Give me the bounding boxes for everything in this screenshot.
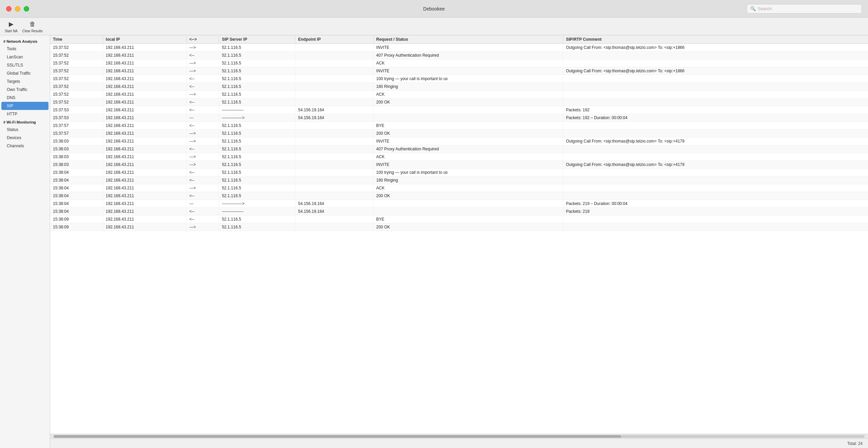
table-row[interactable]: 15:37:52192.168.43.211<--52.1.116.5180 R… [50, 83, 868, 91]
cell-22-0: 15:38:09 [50, 216, 103, 223]
table-row[interactable]: 15:38:03192.168.43.211--->52.1.116.5INVI… [50, 137, 868, 145]
table-row[interactable]: 15:38:04192.168.43.211<--52.1.116.5200 O… [50, 192, 868, 200]
table-row[interactable]: 15:38:04192.168.43.211<--52.1.116.5180 R… [50, 176, 868, 184]
sidebar-item-sip[interactable]: SIP [1, 102, 48, 110]
cell-22-3: 52.1.116.5 [219, 216, 295, 223]
cell-11-6 [563, 130, 868, 137]
cell-17-0: 15:38:04 [50, 176, 103, 184]
cell-18-4 [295, 184, 373, 192]
cell-12-6: Outgoing Call From: <sip:thomas@sip.telz… [563, 137, 868, 145]
col-request-status: Request / Status [373, 35, 563, 44]
sidebar-item-http[interactable]: HTTP [0, 110, 50, 118]
table-row[interactable]: 15:38:04192.168.43.211<--52.1.116.5100 t… [50, 169, 868, 176]
table-row[interactable]: 15:38:03192.168.43.211--->52.1.116.5ACK [50, 153, 868, 161]
cell-16-4 [295, 169, 373, 176]
cell-14-5: ACK [373, 153, 563, 161]
cell-4-1: 192.168.43.211 [103, 75, 186, 83]
search-icon: 🔍 [750, 6, 756, 11]
sidebar-item-own-traffic[interactable]: Own Traffic [0, 86, 50, 94]
cell-10-2: <-- [186, 122, 219, 130]
cell-12-3: 52.1.116.5 [219, 137, 295, 145]
table-row[interactable]: 15:37:52192.168.43.211<--52.1.116.5407 P… [50, 52, 868, 59]
cell-12-2: ---> [186, 137, 219, 145]
sidebar-section-network-analysis[interactable]: # Network Analysis [0, 37, 50, 45]
cell-23-2: ---> [186, 223, 219, 231]
table-row[interactable]: 15:37:52192.168.43.211<--52.1.116.5100 t… [50, 75, 868, 83]
scrollbar-thumb[interactable] [54, 435, 621, 438]
table-row[interactable]: 15:37:52192.168.43.211<--52.1.116.5200 O… [50, 98, 868, 106]
cell-23-0: 15:38:09 [50, 223, 103, 231]
sidebar-item-lanscan[interactable]: LanScan [0, 53, 50, 61]
table-row[interactable]: 15:37:52192.168.43.211--->52.1.116.5ACK [50, 59, 868, 67]
table-row[interactable]: 15:37:52192.168.43.211--->52.1.116.5INVI… [50, 44, 868, 52]
cell-6-1: 192.168.43.211 [103, 91, 186, 98]
cell-22-1: 192.168.43.211 [103, 216, 186, 223]
cell-8-5 [373, 106, 563, 114]
cell-8-6: Packets: 192 [563, 106, 868, 114]
cell-13-2: <-- [186, 145, 219, 153]
start-na-button[interactable]: ▶ Start NA [5, 20, 18, 33]
cell-13-0: 15:38:03 [50, 145, 103, 153]
table-row[interactable]: 15:38:04192.168.43.211<-----------------… [50, 208, 868, 216]
cell-14-4 [295, 153, 373, 161]
table-container[interactable]: Time local IP <--> SIP Server IP Endpoin… [50, 35, 868, 434]
cell-19-2: <-- [186, 192, 219, 200]
table-row[interactable]: 15:37:53192.168.43.211<-----------------… [50, 106, 868, 114]
cell-15-3: 52.1.116.5 [219, 161, 295, 169]
col-sip-server-ip: SIP Server IP [219, 35, 295, 44]
main-content: # Network Analysis Tools LanScan SSL/TLS… [0, 35, 868, 448]
cell-17-3: 52.1.116.5 [219, 176, 295, 184]
sidebar-item-status[interactable]: Status [0, 126, 50, 134]
minimize-button[interactable] [15, 6, 20, 12]
cell-3-3: 52.1.116.5 [219, 67, 295, 75]
sidebar-item-dns[interactable]: DNS [0, 94, 50, 102]
sidebar-item-devices[interactable]: Devices [0, 134, 50, 142]
table-row[interactable]: 15:37:53192.168.43.211------------------… [50, 114, 868, 122]
cell-5-1: 192.168.43.211 [103, 83, 186, 91]
table-row[interactable]: 15:38:03192.168.43.211<--52.1.116.5407 P… [50, 145, 868, 153]
cell-4-4 [295, 75, 373, 83]
sidebar-section-wifi-monitoring[interactable]: # Wi-Fi Monitoring [0, 118, 50, 126]
search-input[interactable] [758, 6, 858, 11]
table-row[interactable]: 15:38:04192.168.43.211------------------… [50, 200, 868, 208]
cell-23-5: 200 OK [373, 223, 563, 231]
table-row[interactable]: 15:38:09192.168.43.211<--52.1.116.5BYE [50, 216, 868, 223]
sidebar-item-tools[interactable]: Tools [0, 45, 50, 53]
sidebar-item-channels[interactable]: Channels [0, 142, 50, 150]
cell-17-6 [563, 176, 868, 184]
cell-3-0: 15:37:52 [50, 67, 103, 75]
cell-18-1: 192.168.43.211 [103, 184, 186, 192]
cell-7-4 [295, 98, 373, 106]
cell-16-2: <-- [186, 169, 219, 176]
table-row[interactable]: 15:37:57192.168.43.211--->52.1.116.5200 … [50, 130, 868, 137]
table-row[interactable]: 15:37:52192.168.43.211--->52.1.116.5ACK [50, 91, 868, 98]
sidebar-item-global-traffic[interactable]: Global Traffic [0, 69, 50, 77]
scrollbar-track[interactable] [54, 435, 865, 438]
table-row[interactable]: 15:38:04192.168.43.211--->52.1.116.5ACK [50, 184, 868, 192]
cell-1-1: 192.168.43.211 [103, 52, 186, 59]
sidebar-item-targets[interactable]: Targets [0, 77, 50, 86]
cell-21-2: <-- [186, 208, 219, 216]
cell-13-6 [563, 145, 868, 153]
cell-15-6: Outgoing Call From: <sip:thomas@sip.telz… [563, 161, 868, 169]
table-row[interactable]: 15:37:57192.168.43.211<--52.1.116.5BYE [50, 122, 868, 130]
table-row[interactable]: 15:38:03192.168.43.211--->52.1.116.5INVI… [50, 161, 868, 169]
maximize-button[interactable] [24, 6, 29, 12]
cell-3-1: 192.168.43.211 [103, 67, 186, 75]
cell-22-4 [295, 216, 373, 223]
cell-4-5: 100 trying — your call is important to u… [373, 75, 563, 83]
status-bar: Total: 24 [50, 438, 868, 448]
cell-10-3: 52.1.116.5 [219, 122, 295, 130]
table-row[interactable]: 15:37:52192.168.43.211--->52.1.116.5INVI… [50, 67, 868, 75]
clear-results-button[interactable]: 🗑 Clear Results [22, 20, 43, 33]
cell-18-3: 52.1.116.5 [219, 184, 295, 192]
cell-0-5: INVITE [373, 44, 563, 52]
close-button[interactable] [6, 6, 12, 12]
cell-10-6 [563, 122, 868, 130]
search-box[interactable]: 🔍 [747, 4, 862, 14]
table-row[interactable]: 15:38:09192.168.43.211--->52.1.116.5200 … [50, 223, 868, 231]
cell-1-3: 52.1.116.5 [219, 52, 295, 59]
sidebar-item-ssltls[interactable]: SSL/TLS [0, 61, 50, 69]
scrollbar-area[interactable] [50, 434, 868, 438]
cell-1-0: 15:37:52 [50, 52, 103, 59]
